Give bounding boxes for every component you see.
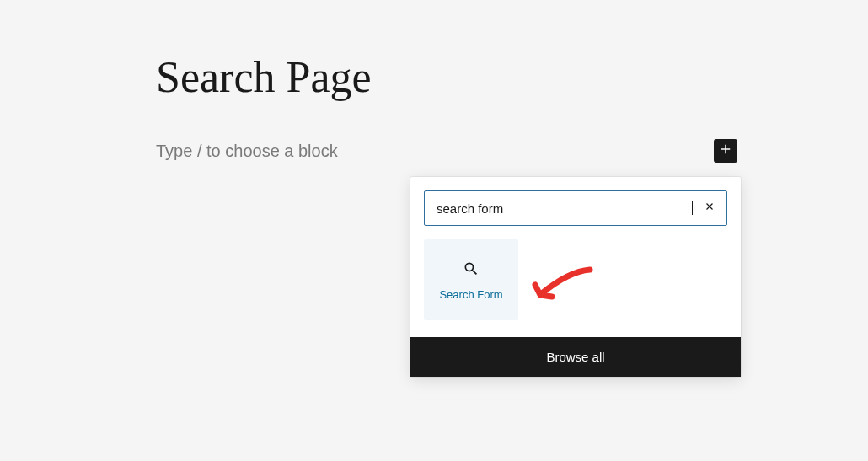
text-cursor bbox=[692, 201, 693, 215]
page-title: Search Page bbox=[156, 52, 372, 102]
close-icon bbox=[704, 201, 715, 216]
inserter-results: Search Form bbox=[410, 234, 741, 337]
search-icon bbox=[462, 260, 480, 278]
clear-search-button[interactable] bbox=[701, 200, 718, 217]
add-block-button[interactable] bbox=[714, 139, 737, 163]
block-placeholder-row: Type / to choose a block bbox=[156, 139, 737, 163]
plus-icon bbox=[718, 142, 733, 160]
block-inserter-popover: Search Form Browse all bbox=[410, 177, 741, 377]
block-tile-search-form[interactable]: Search Form bbox=[424, 239, 518, 320]
inserter-search-field[interactable] bbox=[424, 190, 727, 226]
block-tile-label: Search Form bbox=[439, 288, 502, 301]
browse-all-button[interactable]: Browse all bbox=[410, 337, 741, 377]
block-placeholder-text[interactable]: Type / to choose a block bbox=[156, 142, 338, 161]
inserter-search-input[interactable] bbox=[437, 201, 691, 216]
